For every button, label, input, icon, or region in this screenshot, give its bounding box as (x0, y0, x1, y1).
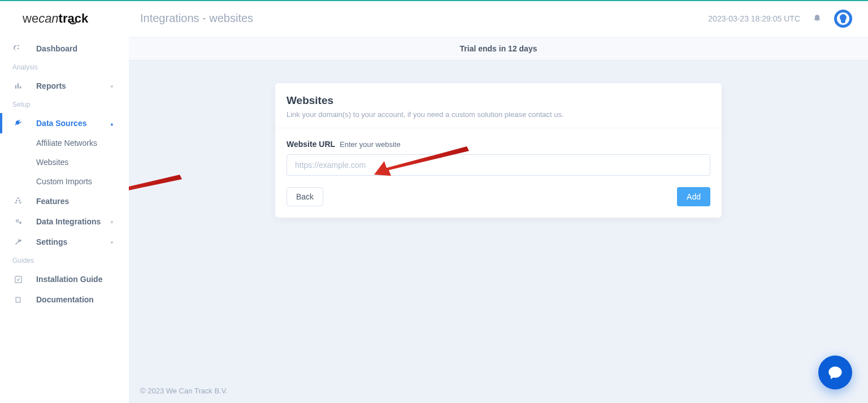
bar-chart-icon (12, 82, 24, 90)
chevron-down-icon (110, 219, 116, 225)
bell-icon (813, 13, 822, 22)
sidebar-label-documentation: Documentation (36, 295, 94, 304)
card-subtitle: Link your domain(s) to your account, if … (287, 110, 710, 119)
chevron-down-icon (110, 239, 116, 245)
websites-card: Websites Link your domain(s) to your acc… (275, 83, 722, 218)
content: Websites Link your domain(s) to your acc… (129, 60, 868, 403)
plug-icon (12, 119, 24, 128)
sidebar-item-features[interactable]: Features (0, 191, 129, 211)
logo-part-we: we (23, 11, 38, 26)
logo[interactable]: wecantrack (0, 8, 129, 38)
svg-rect-4 (15, 276, 21, 282)
sidebar-section-analysis: Analysis (0, 59, 129, 76)
sidebar-item-installation-guide[interactable]: Installation Guide (0, 269, 129, 289)
sidebar-item-documentation[interactable]: Documentation (0, 289, 129, 310)
notifications-button[interactable] (813, 13, 822, 24)
svg-marker-5 (129, 175, 182, 204)
sidebar-item-reports[interactable]: Reports (0, 76, 129, 96)
card-header: Websites Link your domain(s) to your acc… (275, 83, 722, 128)
form-label-text: Website URL (287, 140, 335, 149)
topbar: Integrations - websites 2023-03-23 18:29… (129, 0, 868, 37)
sidebar-label-settings: Settings (36, 237, 67, 246)
user-avatar-button[interactable] (834, 10, 852, 28)
chevron-down-icon (110, 83, 116, 89)
sidebar-sub-websites[interactable]: Websites (0, 153, 129, 172)
footer-copyright: © 2023 We Can Track B.V. (140, 387, 228, 395)
sidebar-label-installation-guide: Installation Guide (36, 275, 102, 284)
sidebar-label-reports: Reports (36, 81, 66, 90)
sidebar-section-setup: Setup (0, 96, 129, 113)
sidebar-section-guides: Guides (0, 252, 129, 269)
card-body: Website URL Enter your website Back Add (275, 128, 722, 218)
gauge-icon (12, 44, 24, 53)
add-button[interactable]: Add (677, 187, 710, 206)
card-title: Websites (287, 94, 710, 107)
card-actions: Back Add (287, 187, 710, 206)
book-icon (12, 296, 24, 304)
trial-banner: Trial ends in 12 days (129, 37, 868, 60)
sidebar-item-data-sources[interactable]: Data Sources (0, 113, 129, 133)
wrench-icon (12, 237, 24, 246)
sidebar-item-data-integrations[interactable]: Data Integrations (0, 211, 129, 232)
svg-rect-2 (18, 83, 19, 88)
top-accent-bar (0, 0, 868, 1)
website-url-input[interactable] (287, 154, 710, 176)
timestamp: 2023-03-23 18:29:05 UTC (708, 14, 800, 23)
sidebar-label-features: Features (36, 197, 69, 206)
sidebar-sub-affiliate-networks[interactable]: Affiliate Networks (0, 133, 129, 153)
chevron-up-icon (110, 120, 116, 127)
gears-icon (12, 217, 24, 226)
user-avatar-icon (837, 12, 849, 25)
page-title: Integrations - websites (140, 12, 253, 25)
chat-widget-button[interactable] (818, 356, 852, 389)
sidebar-item-dashboard[interactable]: Dashboard (0, 38, 129, 59)
annotation-arrow-to-websites (129, 171, 182, 205)
logo-part-can: can (38, 11, 58, 26)
sidebar-label-data-sources: Data Sources (36, 119, 86, 128)
topbar-right: 2023-03-23 18:29:05 UTC (708, 10, 852, 28)
main-area: Integrations - websites 2023-03-23 18:29… (129, 0, 868, 403)
sidebar-item-settings[interactable]: Settings (0, 232, 129, 252)
sidebar-label-data-integrations: Data Integrations (36, 217, 101, 226)
svg-rect-1 (15, 85, 16, 89)
check-square-icon (12, 275, 24, 284)
website-url-label: Website URL Enter your website (287, 140, 710, 149)
svg-rect-3 (20, 86, 21, 89)
sidebar: wecantrack Dashboard Analysis Reports Se… (0, 0, 129, 403)
sidebar-label-dashboard: Dashboard (36, 44, 77, 53)
cubes-icon (12, 197, 24, 206)
back-button[interactable]: Back (287, 187, 323, 206)
svg-point-0 (18, 48, 19, 50)
sidebar-sub-custom-imports[interactable]: Custom Imports (0, 172, 129, 191)
chat-icon (827, 365, 843, 380)
form-label-hint: Enter your website (340, 140, 401, 149)
